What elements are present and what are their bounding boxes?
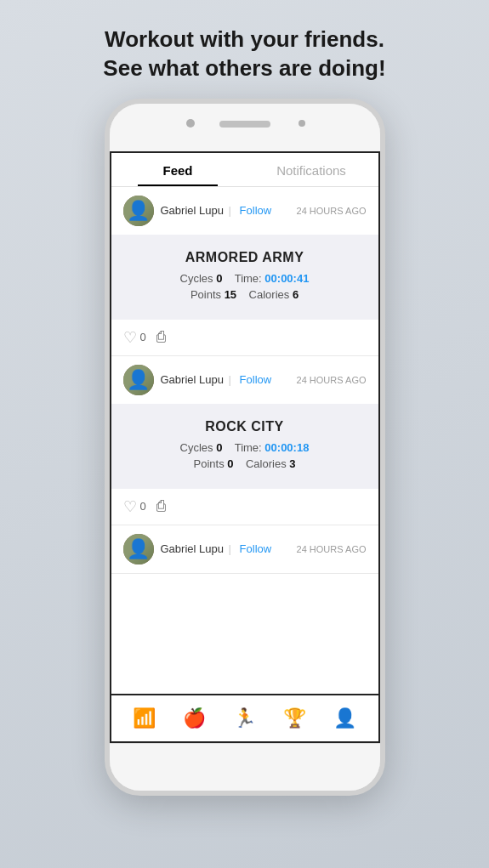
workout-stats-row1: Cycles 0 Time: 00:00:41 bbox=[123, 272, 367, 285]
proximity-sensor bbox=[299, 120, 305, 127]
post-header: Gabriel Lupu | Follow 24 HOURS AGO bbox=[111, 356, 378, 404]
avatar-image bbox=[123, 365, 154, 395]
share-icon[interactable]: ⎙ bbox=[156, 328, 166, 346]
post-time: 24 HOURS AGO bbox=[297, 544, 367, 554]
post-header: Gabriel Lupu | Follow 24 HOURS AGO bbox=[111, 525, 378, 573]
like-count: 0 bbox=[140, 500, 146, 513]
workout-name: ROCK CITY bbox=[123, 419, 367, 434]
nav-item-workout[interactable]: 🍎 bbox=[176, 704, 213, 733]
post-username: Gabriel Lupu | Follow bbox=[161, 542, 290, 555]
tab-feed[interactable]: Feed bbox=[111, 153, 245, 186]
activity-nav-icon: 🏃 bbox=[233, 707, 256, 729]
post-item: Gabriel Lupu | Follow 24 HOURS AGO bbox=[111, 525, 378, 574]
post-body: ARMORED ARMY Cycles 0 Time: 00:00:41 Poi… bbox=[111, 235, 378, 320]
nav-item-activity[interactable]: 🏃 bbox=[226, 704, 263, 733]
nav-item-leaderboard[interactable]: 🏆 bbox=[276, 704, 313, 733]
follow-button[interactable]: Follow bbox=[240, 204, 272, 217]
post-item: Gabriel Lupu | Follow 24 HOURS AGO ROCK … bbox=[111, 356, 378, 525]
tab-notifications[interactable]: Notifications bbox=[245, 153, 378, 186]
avatar-image bbox=[123, 196, 154, 226]
post-header: Gabriel Lupu | Follow 24 HOURS AGO bbox=[111, 187, 378, 235]
nav-item-feed[interactable]: 📶 bbox=[126, 704, 162, 733]
like-button[interactable]: ♡ 0 bbox=[123, 328, 146, 347]
front-camera bbox=[186, 119, 195, 128]
post-item: Gabriel Lupu | Follow 24 HOURS AGO ARMOR… bbox=[111, 187, 378, 356]
tab-bar: Feed Notifications bbox=[111, 153, 378, 187]
phone-shell: Feed Notifications Gabriel Lupu | Follow bbox=[105, 99, 385, 796]
avatar bbox=[123, 365, 154, 395]
post-username: Gabriel Lupu | Follow bbox=[161, 204, 290, 217]
profile-nav-icon: 👤 bbox=[333, 707, 356, 729]
post-time: 24 HOURS AGO bbox=[297, 375, 367, 385]
feed-nav-icon: 📶 bbox=[133, 707, 156, 729]
app-screen: Feed Notifications Gabriel Lupu | Follow bbox=[110, 151, 380, 743]
avatar bbox=[123, 534, 154, 564]
feed-list: Gabriel Lupu | Follow 24 HOURS AGO ARMOR… bbox=[111, 187, 378, 694]
like-button[interactable]: ♡ 0 bbox=[123, 497, 146, 516]
page-headline: Workout with your friends. See what othe… bbox=[77, 26, 411, 83]
workout-stats-row2: Points 0 Calories 3 bbox=[123, 457, 367, 470]
follow-button[interactable]: Follow bbox=[240, 373, 272, 386]
nav-item-profile[interactable]: 👤 bbox=[327, 704, 363, 733]
like-count: 0 bbox=[140, 331, 146, 343]
bottom-nav: 📶 🍎 🏃 🏆 👤 bbox=[111, 694, 378, 741]
heart-icon: ♡ bbox=[123, 328, 137, 347]
workout-nav-icon: 🍎 bbox=[183, 707, 206, 729]
phone-bottom-bar bbox=[110, 743, 380, 791]
workout-name: ARMORED ARMY bbox=[123, 250, 367, 265]
heart-icon: ♡ bbox=[123, 497, 137, 516]
phone-speaker bbox=[219, 121, 270, 128]
post-body: ROCK CITY Cycles 0 Time: 00:00:18 Points… bbox=[111, 404, 378, 489]
post-actions: ♡ 0 ⎙ bbox=[111, 320, 378, 355]
phone-top bbox=[110, 104, 380, 151]
avatar-image bbox=[123, 534, 154, 564]
follow-button[interactable]: Follow bbox=[240, 542, 272, 555]
share-icon[interactable]: ⎙ bbox=[156, 497, 166, 515]
post-time: 24 HOURS AGO bbox=[297, 206, 367, 216]
avatar bbox=[123, 196, 154, 226]
post-username: Gabriel Lupu | Follow bbox=[161, 373, 290, 386]
post-actions: ♡ 0 ⎙ bbox=[111, 489, 378, 525]
workout-stats-row2: Points 15 Calories 6 bbox=[123, 288, 367, 301]
workout-stats-row1: Cycles 0 Time: 00:00:18 bbox=[123, 441, 367, 454]
leaderboard-nav-icon: 🏆 bbox=[283, 707, 306, 729]
